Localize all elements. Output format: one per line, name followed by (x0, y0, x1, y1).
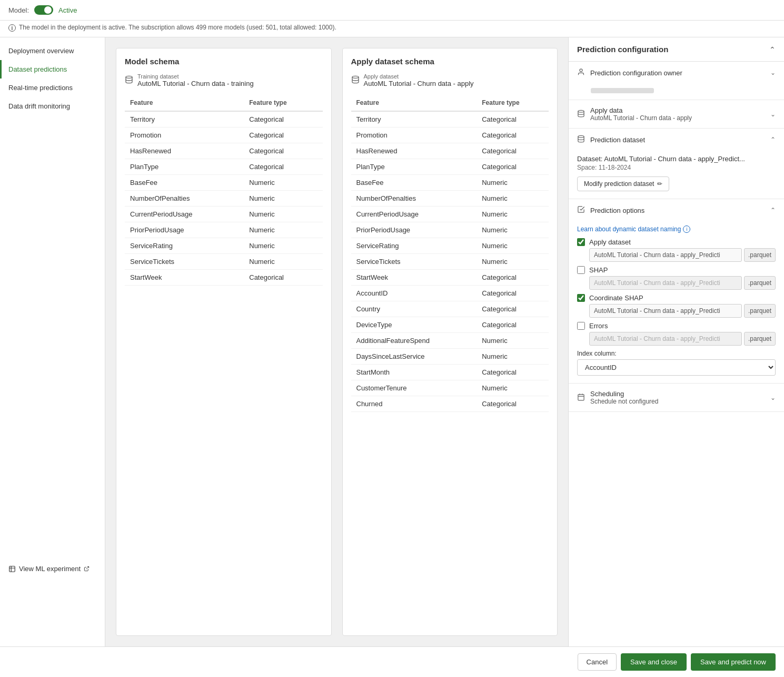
table-row: DeviceTypeCategorical (351, 317, 549, 333)
svg-point-1 (126, 76, 132, 78)
apply-dataset-checkbox-label[interactable]: Apply dataset (577, 238, 776, 246)
feature-cell: HasRenewed (125, 143, 244, 159)
table-row: StartWeekCategorical (351, 270, 549, 286)
scheduling-section-header[interactable]: Scheduling Schedule not configured ⌄ (569, 384, 784, 411)
table-row: ChurnedCategorical (351, 396, 549, 412)
table-row: PromotionCategorical (351, 127, 549, 143)
type-cell: Categorical (477, 301, 549, 317)
save-close-button[interactable]: Save and close (621, 653, 687, 671)
prediction-dataset-section: Prediction dataset ⌃ Dataset: AutoML Tut… (569, 129, 784, 199)
feature-cell: Territory (351, 111, 477, 127)
type-cell: Numeric (477, 175, 549, 191)
shap-checkbox[interactable] (577, 266, 585, 274)
save-predict-button[interactable]: Save and predict now (691, 653, 776, 671)
dynamic-naming-label: Learn about dynamic dataset naming (577, 225, 681, 233)
model-schema-title: Model schema (125, 57, 323, 66)
apply-dataset-field[interactable] (589, 248, 742, 262)
table-row: AdditionalFeatureSpendNumeric (351, 333, 549, 349)
pencil-icon: ✏ (657, 180, 662, 188)
type-cell: Numeric (244, 207, 322, 222)
type-cell: Numeric (477, 254, 549, 270)
experiment-icon (8, 565, 16, 573)
dynamic-naming-link[interactable]: Learn about dynamic dataset naming i (577, 225, 776, 233)
owner-label: Prediction configuration owner (590, 69, 682, 77)
database-icon-apply (351, 75, 360, 86)
type-cell: Numeric (477, 222, 549, 238)
prediction-options-section: Prediction options ⌃ Learn about dynamic… (569, 199, 784, 384)
feature-cell: NumberOfPenalties (125, 191, 244, 207)
database-icon-model (125, 75, 133, 86)
sidebar: Deployment overview Dataset predictions … (0, 37, 105, 646)
index-column-label: Index column: (577, 350, 776, 357)
model-toggle[interactable] (34, 5, 53, 15)
modify-prediction-dataset-button[interactable]: Modify prediction dataset ✏ (577, 176, 669, 191)
svg-point-3 (580, 69, 582, 72)
shap-tag: .parquet (744, 276, 776, 290)
sidebar-item-data-drift[interactable]: Data drift monitoring (0, 97, 105, 115)
collapse-right-panel-button[interactable]: ⌃ (769, 45, 776, 54)
feature-cell: PriorPeriodUsage (351, 222, 477, 238)
feature-cell: BaseFee (351, 175, 477, 191)
type-cell: Numeric (477, 191, 549, 207)
table-row: CurrentPeriodUsageNumeric (125, 207, 323, 222)
table-row: HasRenewedCategorical (351, 143, 549, 159)
owner-chevron-icon: ⌄ (770, 69, 776, 76)
errors-field-row: .parquet (589, 332, 776, 346)
type-cell: Numeric (244, 175, 322, 191)
table-row: BaseFeeNumeric (351, 175, 549, 191)
type-cell: Numeric (244, 238, 322, 254)
errors-checkbox-label[interactable]: Errors (577, 322, 776, 330)
table-row: TerritoryCategorical (125, 111, 323, 127)
coordinate-shap-checkbox-label[interactable]: Coordinate SHAP (577, 294, 776, 302)
index-column-select[interactable]: AccountID (577, 359, 776, 376)
sidebar-item-dataset-predictions[interactable]: Dataset predictions (0, 60, 105, 79)
table-row: PriorPeriodUsageNumeric (351, 222, 549, 238)
sidebar-item-deployment-overview[interactable]: Deployment overview (0, 42, 105, 60)
shap-checkbox-label[interactable]: SHAP (577, 266, 776, 274)
view-ml-experiment-link[interactable]: View ML experiment (0, 560, 105, 578)
model-header: Model: Active (0, 0, 784, 21)
feature-cell: NumberOfPenalties (351, 191, 477, 207)
table-row: TerritoryCategorical (351, 111, 549, 127)
feature-cell: Promotion (351, 127, 477, 143)
checkmark-icon (577, 205, 585, 215)
apply-dataset-checkbox[interactable] (577, 238, 585, 246)
feature-cell: StartWeek (351, 270, 477, 286)
type-cell: Numeric (244, 254, 322, 270)
apply-dataset-name: AutoML Tutorial - Churn data - apply (364, 80, 474, 87)
external-link-icon (84, 566, 90, 572)
feature-cell: Promotion (125, 127, 244, 143)
pred-dataset-icon (577, 135, 585, 144)
table-row: StartMonthCategorical (351, 365, 549, 380)
feature-cell: DeviceType (351, 317, 477, 333)
shap-option-label: SHAP (589, 266, 608, 274)
table-row: ServiceTicketsNumeric (351, 254, 549, 270)
apply-dataset-option-label: Apply dataset (589, 238, 631, 246)
type-cell: Numeric (477, 349, 549, 365)
svg-rect-6 (578, 394, 584, 400)
prediction-options-section-header[interactable]: Prediction options ⌃ (569, 199, 784, 221)
feature-cell: CurrentPeriodUsage (125, 207, 244, 222)
coordinate-shap-checkbox[interactable] (577, 294, 585, 302)
right-panel-header: Prediction configuration ⌃ (569, 37, 784, 62)
apply-dataset-tag: .parquet (744, 248, 776, 262)
owner-section-header[interactable]: Prediction configuration owner ⌄ (569, 62, 784, 84)
type-cell: Categorical (244, 143, 322, 159)
type-cell: Categorical (477, 127, 549, 143)
apply-col-type: Feature type (477, 95, 549, 111)
training-dataset-label: Training dataset (137, 73, 254, 80)
apply-data-section-header[interactable]: Apply data AutoML Tutorial - Churn data … (569, 100, 784, 128)
table-row: BaseFeeNumeric (125, 175, 323, 191)
feature-cell: PlanType (351, 159, 477, 175)
prediction-dataset-section-header[interactable]: Prediction dataset ⌃ (569, 129, 784, 151)
model-schema-table: Feature Feature type TerritoryCategorica… (125, 95, 323, 286)
table-row: CountryCategorical (351, 301, 549, 317)
errors-checkbox[interactable] (577, 322, 585, 330)
cancel-button[interactable]: Cancel (578, 653, 617, 671)
type-cell: Categorical (477, 317, 549, 333)
table-row: DaysSinceLastServiceNumeric (351, 349, 549, 365)
coordinate-shap-field[interactable] (589, 304, 742, 318)
pred-options-chevron-icon: ⌃ (770, 207, 776, 214)
sidebar-item-realtime-predictions[interactable]: Real-time predictions (0, 79, 105, 97)
scheduling-label: Scheduling (590, 390, 658, 398)
